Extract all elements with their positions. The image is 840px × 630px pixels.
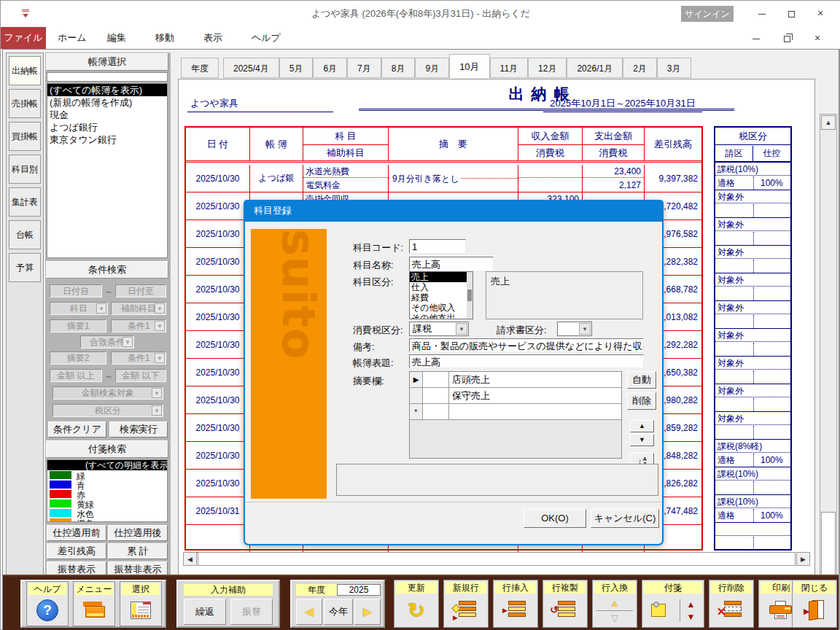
amount-max-input[interactable]: 金額 以下 — [115, 369, 166, 382]
listbox-scroll-thumb[interactable] — [467, 289, 472, 301]
chevron-down-icon[interactable]: ▾ — [122, 337, 133, 347]
module-tab-買掛帳[interactable]: 買掛帳 — [9, 122, 41, 151]
tax-row[interactable]: 課税(10%)適格100% — [715, 163, 790, 190]
book-list-item[interactable]: 現金 — [47, 109, 167, 121]
transfer-button[interactable]: 振替 — [230, 599, 273, 625]
amount-min-input[interactable]: 金額 以上 — [50, 369, 102, 382]
tax-row[interactable]: 対象外 — [715, 246, 790, 273]
tag-show-all[interactable]: (すべての明細を表示) — [47, 460, 167, 470]
tag-color-row[interactable]: 赤 — [47, 490, 167, 499]
sign-in-button[interactable]: サインイン — [681, 6, 734, 22]
tag-button[interactable]: 付箋 ▲ ▼ — [642, 580, 704, 628]
amount-target-select[interactable]: 金額検索対象▾ — [52, 386, 163, 400]
chevron-down-icon[interactable]: ▾ — [456, 323, 467, 335]
cond1-select[interactable]: 条件1▾ — [111, 319, 166, 332]
summary-row[interactable]: ▶店頭売上 — [410, 372, 621, 388]
tax-class-select[interactable]: 税区分▾ — [52, 404, 163, 417]
book-title-input[interactable]: 売上高 — [409, 354, 644, 368]
module-tab-出納帳[interactable]: 出納帳 — [9, 56, 41, 85]
tab-month-8月[interactable]: 8月 — [381, 58, 416, 78]
class-option[interactable]: 経費 — [410, 292, 472, 303]
tag-color-row[interactable]: 緑 — [47, 471, 167, 480]
tab-year[interactable]: 年度 — [181, 58, 219, 78]
sub-subject-select[interactable]: 補助科目▾ — [111, 302, 166, 315]
invoice-class-combo[interactable]: ▾ — [557, 322, 592, 336]
scroll-up-button[interactable]: ▲ — [821, 115, 836, 130]
tab-month-9月[interactable]: 9月 — [415, 58, 449, 78]
code-input[interactable]: 1 — [409, 239, 466, 254]
tab-month-12月[interactable]: 12月 — [528, 58, 567, 78]
module-tab-科目別[interactable]: 科目別 — [9, 155, 41, 184]
toggle-仕控適用後[interactable]: 仕控適用後 — [108, 525, 168, 541]
chevron-down-icon[interactable]: ▾ — [155, 353, 165, 363]
horizontal-scrollbar[interactable]: ◀ ▶ — [183, 552, 810, 567]
tax-row[interactable]: 対象外 — [715, 218, 790, 246]
search-run-button[interactable]: 検索実行 — [109, 421, 168, 438]
swap-row-button[interactable]: 行入換 ▲▽ — [592, 580, 637, 628]
tax-row[interactable]: 対象外 — [715, 357, 790, 384]
summary-row[interactable]: 保守売上 — [410, 388, 621, 404]
module-tab-売掛帳[interactable]: 売掛帳 — [9, 89, 41, 118]
new-row-button[interactable]: 新規行 ▶ — [443, 580, 489, 628]
tag-color-row[interactable]: 橙色 — [47, 518, 167, 522]
child-minimize-button[interactable] — [743, 27, 769, 49]
ok-button[interactable]: OK(O) — [524, 509, 586, 528]
horizontal-scroll-track[interactable] — [198, 552, 796, 566]
tax-row[interactable]: 対象外 — [715, 412, 790, 440]
class-option[interactable]: 仕入 — [410, 282, 472, 292]
memo2-input[interactable]: 摘要2 — [50, 351, 106, 365]
cond2-select[interactable]: 条件1▾ — [111, 351, 166, 365]
tax-row[interactable]: 対象外 — [715, 329, 790, 357]
condition-clear-button[interactable]: 条件クリア — [48, 421, 106, 438]
minimize-button[interactable] — [749, 2, 775, 24]
chevron-down-icon[interactable]: ▾ — [155, 303, 165, 314]
delete-row-button[interactable]: 行削除 ✕ — [709, 580, 754, 628]
move-down-button[interactable]: ▼ — [630, 434, 654, 446]
date-to-input[interactable]: 日付至 — [115, 284, 166, 298]
book-list-item[interactable]: (すべての帳簿を表示) — [47, 84, 167, 96]
tab-month-11月[interactable]: 11月 — [490, 58, 528, 78]
vertical-scrollbar[interactable]: ▲ ▼ — [820, 114, 837, 607]
chevron-down-icon[interactable]: ▾ — [152, 405, 162, 416]
tax-row[interactable]: 対象外 — [715, 273, 790, 301]
tab-month-3月[interactable]: 3月 — [657, 58, 691, 78]
toggle-累 計[interactable]: 累 計 — [108, 543, 168, 559]
menu-file[interactable]: ファイル — [1, 27, 46, 49]
listbox-scrollbar[interactable] — [467, 272, 472, 319]
move-up-button[interactable]: ▲ — [630, 420, 654, 432]
help-button[interactable]: ヘルプ ? — [26, 581, 69, 626]
subject-select[interactable]: 科目▾ — [50, 302, 108, 315]
table-row[interactable]: 2025/10/30よつば銀水道光熱費電気料金9月分引き落とし23,4002,1… — [186, 165, 701, 192]
tab-month-2026/1月[interactable]: 2026/1月 — [567, 58, 623, 78]
tax-row[interactable]: 対象外 — [715, 190, 790, 218]
child-restore-button[interactable] — [774, 27, 800, 49]
module-tab-予算[interactable]: 予算 — [9, 253, 41, 282]
book-list-item[interactable]: (新規の帳簿を作成) — [47, 96, 167, 109]
menu-ホーム[interactable]: ホーム — [58, 27, 87, 49]
module-tab-集計表[interactable]: 集計表 — [9, 187, 41, 217]
tax-row[interactable]: 対象外 — [715, 384, 790, 412]
chevron-down-icon[interactable]: ▾ — [96, 303, 106, 314]
tax-row[interactable]: 対象外 — [715, 301, 790, 329]
tab-month-10月[interactable]: 10月 — [449, 54, 489, 78]
tax-row[interactable]: 課税(10%)適格100% — [715, 495, 790, 523]
insert-row-button[interactable]: 行挿入 ▶ — [493, 580, 538, 628]
refresh-button[interactable]: 更新 ↻ — [394, 580, 439, 628]
chevron-down-icon[interactable]: ▾ — [579, 323, 591, 335]
cancel-button[interactable]: キャンセル(C) — [591, 509, 659, 528]
tab-month-6月[interactable]: 6月 — [313, 58, 347, 78]
tax-class-combo[interactable]: 課税▾ — [409, 322, 469, 336]
summary-row[interactable]: ＊ — [410, 404, 621, 420]
auto-button[interactable]: 自動 — [627, 371, 656, 389]
menu-編集[interactable]: 編集 — [107, 27, 126, 49]
delete-button[interactable]: 削除 — [627, 392, 656, 410]
dialog-title-bar[interactable]: 科目登録 — [244, 200, 664, 222]
tag-cycle-arrows[interactable]: ▲ ▼ — [680, 599, 696, 622]
close-button[interactable]: × — [807, 2, 833, 24]
tax-row[interactable]: 課税(10%) — [715, 467, 790, 495]
memo1-input[interactable]: 摘要1 — [50, 319, 106, 332]
duplicate-row-button[interactable]: 行複製 ↺ — [542, 580, 588, 628]
tab-month-2月[interactable]: 2月 — [623, 58, 657, 78]
tab-month-7月[interactable]: 7月 — [347, 58, 381, 78]
class-option[interactable]: その他支出 — [410, 313, 472, 319]
